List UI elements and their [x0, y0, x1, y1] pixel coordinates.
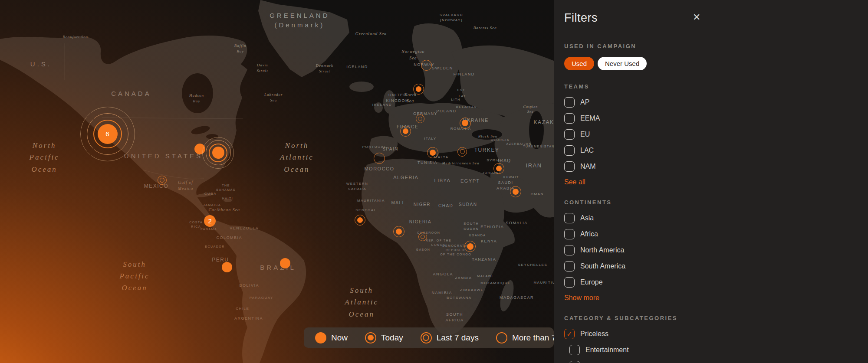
panel-title: Filters: [564, 11, 704, 25]
checkbox-ap[interactable]: [564, 97, 575, 108]
legend-label: Today: [381, 333, 403, 343]
checkbox-row-europe[interactable]: Europe: [564, 277, 704, 288]
map-label-italy: ITALY: [424, 136, 437, 141]
legend-today-icon: [365, 332, 376, 343]
show-more-link[interactable]: Show more: [564, 294, 599, 302]
checkbox-row-nam[interactable]: NAM: [564, 161, 704, 172]
checkbox-row-south-america[interactable]: South America: [564, 261, 704, 271]
section-header-teams: TEAMS: [564, 83, 704, 90]
checkbox-label-eu: EU: [580, 131, 590, 138]
map-label-senegal: SENEGAL: [355, 208, 376, 213]
map-label-western: WESTERN SAHARA: [346, 182, 368, 192]
legend-item-now: Now: [315, 332, 348, 343]
checkbox-africa[interactable]: [564, 229, 575, 239]
map-label-colombia: COLOMBIA: [216, 235, 242, 241]
map-label-panama: PANAMA: [201, 227, 217, 232]
map-label-baffin: Baffin Bay: [234, 43, 247, 54]
map-label-jamaica: JAMAICA: [203, 203, 221, 207]
map-label-malawi: MALAWI: [477, 274, 493, 278]
map-label-turkey: TURKEY: [474, 147, 500, 154]
map-label-cuba: CUBA: [204, 191, 217, 196]
map-label-venezuela: VENEZUELA: [230, 226, 259, 232]
checkbox-row-lac[interactable]: LAC: [564, 145, 704, 156]
close-icon[interactable]: ✕: [693, 11, 700, 23]
checkbox-row-item[interactable]: [569, 361, 704, 363]
map-label-chile: CHILE: [236, 306, 249, 311]
checkbox-lac[interactable]: [564, 145, 575, 156]
map-label-caribbean-sea: Caribbean Sea: [208, 207, 240, 213]
campaign-chips: UsedNever Used: [564, 57, 704, 70]
checkbox-south-america[interactable]: [564, 261, 575, 271]
checkbox-nam[interactable]: [564, 161, 575, 172]
checkbox-row-ap[interactable]: AP: [564, 97, 704, 108]
map-label-denmark: Denmark Strait: [316, 63, 333, 74]
map-label-mauritius: MAURITIUS: [533, 280, 554, 285]
filters-panel: Filters ✕ USED IN CAMPAIGN UsedNever Use…: [554, 0, 868, 363]
world-map[interactable]: U.S.CANADAUNITED STATESGREENLAND (Denmar…: [0, 0, 554, 363]
map-label-madagascar: MADAGASCAR: [500, 295, 534, 301]
map-label-sudan: SUDAN: [459, 202, 477, 208]
checkbox-entertainment[interactable]: [569, 345, 580, 355]
legend-last7-icon: [421, 332, 432, 343]
map-label-lith: LITH: [451, 98, 460, 102]
map-label-mexico: MEXICO: [144, 183, 168, 190]
map-label-mauritania: MAURITANIA: [357, 198, 385, 203]
map-label-belarus: BELARUS: [456, 105, 477, 110]
legend-item-today: Today: [365, 332, 403, 343]
checkbox-north-america[interactable]: [564, 245, 575, 255]
categories-list: ✓PricelessEntertainment: [564, 329, 704, 363]
checkbox-row-north-america[interactable]: North America: [564, 245, 704, 255]
map-label-tunisia: TUNISIA: [418, 160, 437, 166]
checkbox-europe[interactable]: [564, 277, 575, 288]
map-label-finland: FINLAND: [454, 72, 475, 78]
map-label-caspian: Caspian Sea: [523, 105, 538, 114]
map-label-u-s: U.S.: [30, 59, 52, 69]
map-label-mediterranean-sea: Mediterranean Sea: [442, 160, 480, 166]
map-legend: NowTodayLast 7 daysMore than 7 days ago: [304, 327, 554, 348]
checkbox-eu[interactable]: [564, 129, 575, 140]
map-label-greenland-sea: Greenland Sea: [355, 31, 387, 37]
checkbox-label-priceless: Priceless: [580, 330, 608, 338]
checkbox-row-eu[interactable]: EU: [564, 129, 704, 140]
map-label-mali: MALI: [391, 200, 404, 206]
checkbox-row-entertainment[interactable]: Entertainment: [569, 345, 704, 355]
map-label-portugal: PORTUGAL: [362, 144, 387, 150]
see-all-link[interactable]: See all: [564, 178, 585, 186]
map-label-ethiopia: ETHIOPIA: [480, 224, 504, 230]
map-label-north: North Pacific Ocean: [30, 140, 59, 175]
map-label-seychelles: SEYCHELLES: [518, 262, 547, 268]
map-label-bolivia: BOLIVIA: [239, 283, 259, 288]
checkbox-asia[interactable]: [564, 213, 575, 223]
legend-label: Last 7 days: [437, 333, 479, 343]
map-label-labrador: Labrador Sea: [264, 92, 283, 103]
legend-label: More than 7 days ago: [512, 333, 554, 343]
map-label-ireland: IRELAND: [372, 102, 392, 108]
map-label-davis: Davis Strait: [257, 62, 268, 74]
map-label-north: North Atlantic Ocean: [280, 140, 314, 175]
map-label-south: South Pacific Ocean: [119, 258, 149, 294]
checkbox-row-priceless[interactable]: ✓Priceless: [564, 329, 704, 339]
map-label-mozambique: MOZAMBIQUE: [480, 281, 511, 286]
checkbox-row-eema[interactable]: EEMA: [564, 113, 704, 124]
legend-item-last-7-days: Last 7 days: [421, 332, 479, 343]
chip-never-used[interactable]: Never Used: [598, 57, 647, 70]
map-label-algeria: ALGERIA: [393, 174, 418, 181]
checkbox-priceless[interactable]: ✓: [564, 329, 575, 339]
legend-item-more-than-7-days-ago: More than 7 days ago: [496, 332, 554, 343]
map-label-the: THE BAHAMAS: [216, 183, 236, 192]
map-label-canada: CANADA: [111, 89, 151, 98]
checkbox-row-africa[interactable]: Africa: [564, 229, 704, 239]
checkbox-row-asia[interactable]: Asia: [564, 213, 704, 223]
map-label-libya: LIBYA: [434, 177, 451, 184]
map-label-botswana: BOTSWANA: [447, 295, 471, 301]
chip-used[interactable]: Used: [564, 57, 594, 70]
checkbox-label-north-america: North America: [580, 246, 624, 254]
map-label-nigeria: NIGERIA: [409, 219, 432, 226]
checkbox-item[interactable]: [569, 361, 580, 363]
checkbox-label-ap: AP: [580, 98, 589, 106]
map-label-hudson: Hudson Bay: [189, 93, 204, 104]
map-label-niger: NIGER: [414, 202, 431, 208]
checkbox-eema[interactable]: [564, 113, 575, 124]
checkbox-label-south-america: South America: [580, 262, 625, 270]
map-label-barents-sea: Barents Sea: [473, 26, 497, 31]
